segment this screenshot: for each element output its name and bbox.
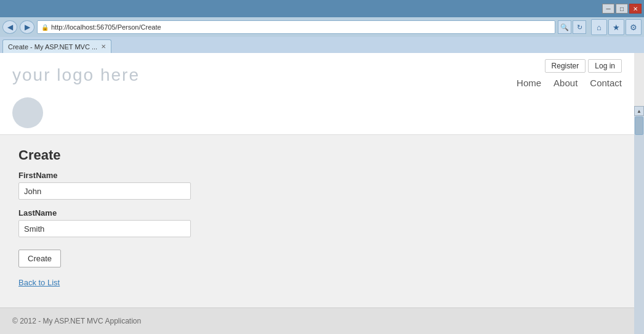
back-to-list-link[interactable]: Back to List [18,278,60,287]
minimize-button[interactable]: ─ [602,4,614,14]
toolbar-icons: ⌂ ★ ⚙ [591,19,642,35]
nav-link-contact[interactable]: Contact [590,78,622,88]
tab-close-button[interactable]: ✕ [101,43,106,50]
lastname-input[interactable] [18,220,191,237]
logo-text: your logo here [12,65,140,85]
browser-window: ─ □ ✕ ◀ ▶ 🔒 http://localhost:56705/Perso… [0,0,644,334]
scroll-up-button[interactable]: ▲ [634,106,644,116]
page-title: Create [18,147,616,163]
nav-link-home[interactable]: Home [517,78,541,88]
login-button[interactable]: Log in [588,59,622,73]
nav-bar: ◀ ▶ 🔒 http://localhost:56705/Person/Crea… [0,17,644,37]
close-button[interactable]: ✕ [629,4,642,14]
logo-area: your logo here [12,59,140,128]
auth-buttons: Register Log in [545,59,622,73]
back-button[interactable]: ◀ [2,20,17,34]
logo-circle [12,97,43,128]
address-bar[interactable]: 🔒 http://localhost:56705/Person/Create [37,20,555,34]
home-button[interactable]: ⌂ [591,19,607,35]
register-button[interactable]: Register [545,59,586,73]
favorites-button[interactable]: ★ [608,19,624,35]
page-wrapper: ▲ ▼ your logo here Register Lo [0,53,644,334]
firstname-label: FirstName [18,171,616,180]
search-button[interactable]: 🔍 [558,20,571,34]
forward-button[interactable]: ▶ [20,20,34,34]
active-tab[interactable]: Create - My ASP.NET MVC ... ✕ [2,39,111,53]
nav-actions: 🔍 ↻ [558,20,586,34]
title-bar: ─ □ ✕ [0,0,644,17]
app-header: your logo here Register Log in Home Abou… [0,53,634,135]
scrollbar: ▲ ▼ [634,106,644,334]
header-right: Register Log in Home About Contact [517,59,622,88]
form-actions: Create [18,246,616,277]
firstname-input[interactable] [18,182,191,200]
lock-icon: 🔒 [41,24,49,31]
scroll-track [634,116,644,334]
create-button[interactable]: Create [18,250,61,267]
main-content: Create FirstName LastName Create Back to… [0,135,634,320]
app-footer: © 2012 - My ASP.NET MVC Application [0,308,634,334]
url-text: http://localhost:56705/Person/Create [51,23,551,31]
back-link-container: Back to List [18,277,616,287]
settings-button[interactable]: ⚙ [626,19,642,35]
scroll-thumb[interactable] [635,116,643,135]
page-content: your logo here Register Log in Home Abou… [0,53,634,334]
lastname-group: LastName [18,208,616,237]
nav-links: Home About Contact [517,78,622,88]
maximize-button[interactable]: □ [616,4,628,14]
copyright-text: © 2012 - My ASP.NET MVC Application [12,317,141,325]
tab-bar: Create - My ASP.NET MVC ... ✕ [0,37,644,53]
refresh-button[interactable]: ↻ [573,20,586,34]
lastname-label: LastName [18,208,616,218]
tab-label: Create - My ASP.NET MVC ... [8,43,97,51]
firstname-group: FirstName [18,171,616,200]
nav-link-about[interactable]: About [553,78,578,88]
